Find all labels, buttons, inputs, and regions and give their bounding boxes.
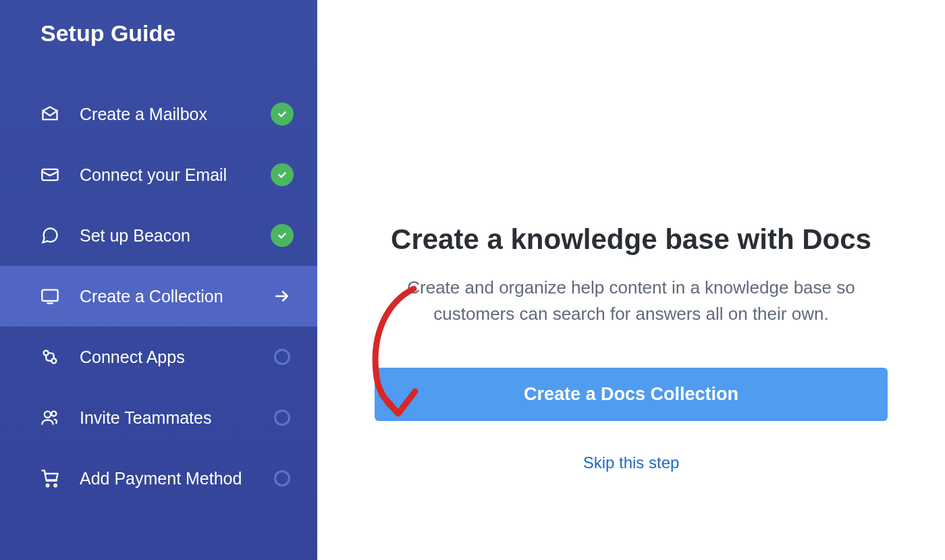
step-setup-beacon[interactable]: Set up Beacon [0,205,317,266]
envelope-icon [40,165,59,184]
svg-rect-1 [42,290,57,301]
page-title: Create a knowledge base with Docs [391,223,871,256]
step-label: Set up Beacon [80,226,250,246]
sidebar-title: Setup Guide [0,20,317,47]
step-label: Create a Collection [80,287,250,306]
annotation-arrow-icon [356,283,431,425]
status-pending [271,467,294,490]
main-content: Create a knowledge base with Docs Create… [317,0,945,560]
check-icon [271,224,294,247]
users-icon [40,408,59,427]
status-done [271,224,294,247]
apps-icon [40,347,59,366]
svg-point-6 [45,412,51,418]
step-connect-email[interactable]: Connect your Email [0,144,317,205]
status-active [271,285,294,308]
circle-icon [274,410,290,426]
skip-step-link[interactable]: Skip this step [583,453,680,472]
chat-icon [40,226,59,245]
status-pending [271,345,294,368]
svg-point-8 [47,484,49,487]
create-docs-collection-button[interactable]: Create a Docs Collection [375,368,888,421]
step-label: Connect Apps [80,347,250,367]
check-icon [271,103,294,125]
step-label: Connect your Email [80,165,250,185]
cart-icon [40,469,59,488]
step-label: Add Payment Method [80,469,250,488]
check-icon [271,163,294,186]
status-done [271,103,294,125]
status-pending [271,406,294,429]
arrow-right-icon [273,287,291,305]
sidebar: Setup Guide Create a Mailbox Connect you [0,0,317,560]
svg-point-9 [54,484,57,487]
step-create-collection[interactable]: Create a Collection [0,266,317,327]
page-description: Create and organize help content in a kn… [395,275,867,327]
step-create-mailbox[interactable]: Create a Mailbox [0,84,317,144]
step-invite-teammates[interactable]: Invite Teammates [0,387,317,448]
circle-icon [274,470,290,486]
monitor-icon [40,287,59,306]
step-label: Invite Teammates [80,408,250,428]
step-label: Create a Mailbox [80,105,250,124]
step-add-payment[interactable]: Add Payment Method [0,448,317,509]
step-connect-apps[interactable]: Connect Apps [0,327,317,387]
mailbox-icon [40,105,59,123]
status-done [271,163,294,186]
circle-icon [274,349,290,365]
svg-point-7 [51,412,56,416]
